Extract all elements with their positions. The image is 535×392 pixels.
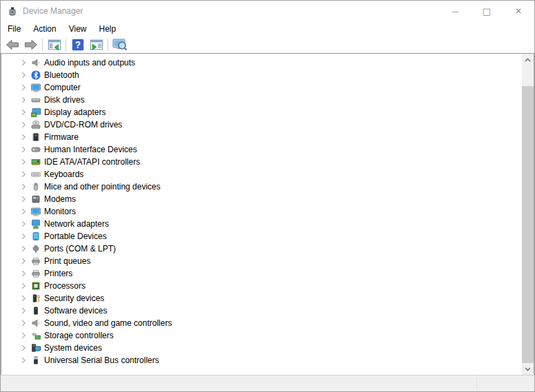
mouse-icon — [30, 181, 41, 192]
tree-item[interactable]: Monitors — [1, 205, 522, 218]
scroll-up-button[interactable] — [522, 54, 534, 65]
tree-item[interactable]: Audio inputs and outputs — [1, 56, 522, 69]
computer-icon — [30, 82, 41, 93]
toolbar-separator — [42, 39, 43, 51]
device-manager-window: Device Manager — □ ✕ FileActionViewHelp … — [0, 0, 535, 392]
bluetooth-icon — [30, 70, 41, 81]
hid-icon — [30, 144, 41, 155]
network-adapter-icon — [30, 218, 41, 229]
tree-item[interactable]: Security devices — [1, 292, 522, 305]
scan-hardware-button[interactable] — [110, 37, 129, 53]
display-adapter-icon — [30, 107, 41, 118]
chevron-right-icon[interactable] — [18, 318, 29, 329]
vertical-scrollbar[interactable] — [522, 54, 534, 375]
tree-item-label: Portable Devices — [43, 231, 107, 241]
forward-button[interactable] — [21, 37, 40, 53]
tree-item[interactable]: Display adapters — [1, 106, 522, 118]
chevron-right-icon[interactable] — [18, 181, 29, 192]
system-device-icon — [30, 342, 41, 353]
tree-item[interactable]: Mice and other pointing devices — [1, 180, 522, 193]
tree-item-label: Human Interface Devices — [43, 145, 137, 154]
tree-item[interactable]: System devices — [1, 342, 522, 354]
tree-item-label: Computer — [43, 83, 81, 92]
chevron-up-icon — [525, 58, 531, 62]
tree-item[interactable]: Processors — [1, 280, 522, 292]
tree-item[interactable]: Firmware — [1, 131, 522, 143]
show-console-tree-button[interactable] — [45, 37, 63, 53]
tree-item[interactable]: Storage controllers — [1, 329, 522, 342]
tree-item[interactable]: Computer — [1, 81, 522, 94]
chevron-right-icon[interactable] — [18, 342, 29, 353]
device-tree: Audio inputs and outputsBluetoothCompute… — [1, 54, 522, 375]
tree-item[interactable]: Print queues — [1, 255, 522, 267]
menu-file[interactable]: File — [1, 23, 27, 35]
chevron-right-icon[interactable] — [18, 256, 29, 267]
tree-item[interactable]: Universal Serial Bus controllers — [1, 354, 522, 367]
chevron-right-icon[interactable] — [18, 206, 29, 217]
close-button[interactable]: ✕ — [503, 1, 534, 21]
chevron-right-icon[interactable] — [18, 218, 29, 229]
tree-item[interactable]: DVD/CD-ROM drives — [1, 118, 522, 131]
chevron-right-icon[interactable] — [18, 293, 29, 304]
chevron-right-icon[interactable] — [18, 57, 29, 68]
titlebar: Device Manager — □ ✕ — [1, 1, 534, 21]
menu-help[interactable]: Help — [93, 23, 123, 35]
tree-item-label: Firmware — [43, 132, 79, 142]
tree-item-label: Display adapters — [43, 107, 105, 117]
device-manager-icon — [7, 6, 18, 17]
software-device-icon — [30, 305, 41, 316]
chevron-right-icon[interactable] — [18, 355, 29, 366]
tree-item[interactable]: Network adapters — [1, 218, 522, 230]
chevron-right-icon[interactable] — [18, 82, 29, 93]
tree-item[interactable]: IDE ATA/ATAPI controllers — [1, 156, 522, 168]
toolbar: ? — [1, 36, 534, 54]
tree-item-label: Bluetooth — [43, 70, 79, 80]
tree-item[interactable]: Sound, video and game controllers — [1, 317, 522, 329]
tree-item[interactable]: Ports (COM & LPT) — [1, 243, 522, 255]
tree-item-label: Mice and other pointing devices — [43, 182, 161, 192]
tree-item-label: DVD/CD-ROM drives — [43, 120, 122, 130]
chevron-right-icon[interactable] — [18, 156, 29, 167]
chevron-right-icon[interactable] — [18, 243, 29, 254]
back-button[interactable] — [3, 37, 21, 53]
tree-item[interactable]: Human Interface Devices — [1, 143, 522, 156]
chevron-right-icon[interactable] — [18, 70, 29, 81]
security-device-icon — [30, 293, 41, 304]
tree-item[interactable]: Disk drives — [1, 94, 522, 106]
menu-view[interactable]: View — [63, 23, 93, 35]
tree-item-label: Processors — [43, 281, 85, 291]
scroll-down-button[interactable] — [522, 363, 534, 375]
chevron-right-icon[interactable] — [18, 169, 29, 180]
chevron-right-icon[interactable] — [18, 268, 29, 279]
chevron-right-icon[interactable] — [18, 107, 29, 118]
scrollbar-thumb[interactable] — [522, 86, 534, 363]
tree-item-label: Audio inputs and outputs — [43, 58, 135, 68]
tree-item[interactable]: Bluetooth — [1, 69, 522, 81]
tree-item[interactable]: Portable Devices — [1, 230, 522, 243]
processor-icon — [30, 280, 41, 291]
minimize-button[interactable]: — — [439, 1, 471, 21]
chevron-right-icon[interactable] — [18, 194, 29, 205]
chevron-right-icon[interactable] — [18, 231, 29, 242]
help-button[interactable]: ? — [68, 37, 87, 53]
chevron-right-icon[interactable] — [18, 305, 29, 316]
tree-item-label: Universal Serial Bus controllers — [43, 355, 159, 365]
chevron-right-icon[interactable] — [18, 144, 29, 155]
properties-window-icon — [89, 37, 104, 52]
storage-controller-icon — [30, 330, 41, 341]
tree-item-label: Security devices — [43, 293, 104, 303]
statusbar-divider — [476, 377, 477, 390]
chevron-right-icon[interactable] — [18, 119, 29, 130]
tree-item[interactable]: Keyboards — [1, 168, 522, 180]
chevron-right-icon[interactable] — [18, 132, 29, 143]
tree-item[interactable]: Software devices — [1, 305, 522, 317]
menu-action[interactable]: Action — [27, 23, 62, 35]
tree-item[interactable]: Modems — [1, 193, 522, 205]
maximize-button[interactable]: □ — [471, 1, 503, 21]
tree-item[interactable]: Printers — [1, 267, 522, 280]
chevron-right-icon[interactable] — [18, 280, 29, 291]
chevron-right-icon[interactable] — [18, 94, 29, 105]
window-title: Device Manager — [23, 6, 83, 16]
properties-button[interactable] — [87, 37, 105, 53]
chevron-right-icon[interactable] — [18, 330, 29, 341]
